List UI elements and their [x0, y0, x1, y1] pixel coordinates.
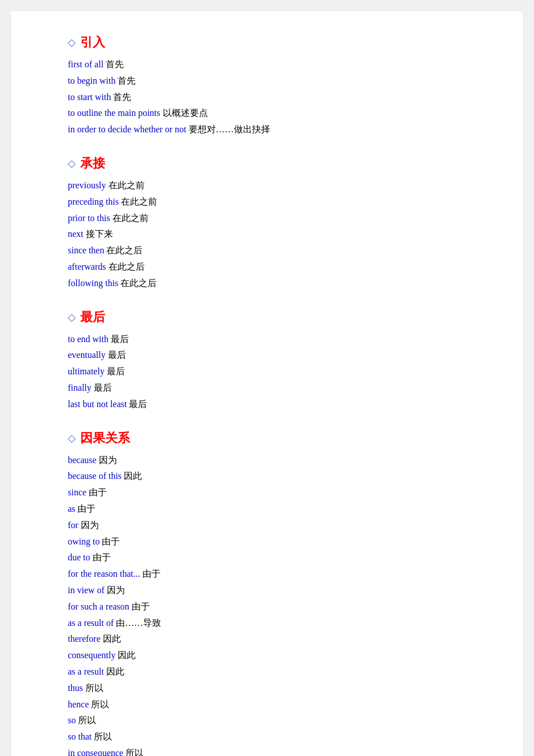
english-text: so that: [68, 732, 94, 741]
chinese-text: 所以: [125, 748, 144, 756]
list-item: because 因为: [68, 452, 489, 469]
section-conclusion: ◇最后to end with 最后eventually 最后ultimately…: [68, 309, 489, 413]
english-text: because of this: [68, 471, 124, 481]
english-text: as a result of: [68, 618, 116, 628]
chinese-text: 在此之后: [106, 245, 142, 255]
list-item: to begin with 首先: [68, 73, 489, 89]
chinese-text: 因为: [81, 520, 99, 530]
chinese-text: 因此: [103, 634, 121, 643]
list-item: preceding this 在此之前: [68, 194, 489, 210]
chinese-text: 由……导致: [116, 618, 161, 628]
section-introduction: ◇引入first of all 首先to begin with 首先to sta…: [68, 34, 489, 138]
english-text: to start with: [68, 92, 113, 102]
chinese-text: 接下来: [86, 229, 113, 239]
list-item: last but not least 最后: [68, 396, 489, 413]
chinese-text: 在此之后: [108, 262, 145, 271]
chinese-text: 因为: [107, 585, 125, 595]
english-text: following this: [68, 278, 120, 288]
chinese-text: 因此: [124, 471, 142, 481]
list-item: since 由于: [68, 485, 489, 501]
list-item: in consequence 所以: [68, 745, 489, 756]
list-item: therefore 因此: [68, 631, 489, 647]
list-item: in view of 因为: [68, 582, 489, 599]
diamond-icon: ◇: [68, 432, 76, 444]
english-text: owing to: [68, 537, 102, 546]
chinese-text: 首先: [113, 92, 131, 102]
list-item: since then 在此之后: [68, 243, 489, 259]
section-continuation: ◇承接previously 在此之前preceding this 在此之前pri…: [68, 155, 489, 292]
english-text: in order to decide whether or not: [68, 124, 189, 134]
list-item: next 接下来: [68, 226, 489, 243]
list-item: hence 所以: [68, 697, 489, 713]
english-text: in view of: [68, 585, 107, 595]
list-item: as 由于: [68, 501, 489, 517]
english-text: so: [68, 715, 78, 725]
list-item: first of all 首先: [68, 57, 489, 73]
list-item: because of this 因此: [68, 468, 489, 485]
list-item: owing to 由于: [68, 534, 489, 550]
list-item: for such a reason 由于: [68, 599, 489, 615]
diamond-icon: ◇: [68, 36, 76, 49]
section-title-text: 因果关系: [80, 430, 130, 447]
english-text: previously: [68, 180, 108, 190]
list-item: prior to this 在此之前: [68, 210, 489, 227]
section-title-causality: ◇因果关系: [68, 430, 489, 447]
english-text: to begin with: [68, 76, 118, 85]
english-text: eventually: [68, 350, 108, 360]
section-title-conclusion: ◇最后: [68, 309, 489, 326]
english-text: to end with: [68, 334, 111, 344]
english-text: for the reason that...: [68, 569, 142, 578]
english-text: since then: [68, 245, 106, 255]
diamond-icon: ◇: [68, 157, 76, 170]
english-text: afterwards: [68, 262, 108, 271]
english-text: first of all: [68, 59, 106, 69]
section-causality: ◇因果关系because 因为because of this 因此since 由…: [68, 430, 489, 756]
english-text: in consequence: [68, 748, 125, 756]
english-text: for such a reason: [68, 602, 132, 611]
chinese-text: 首先: [118, 76, 136, 85]
chinese-text: 因此: [106, 667, 124, 676]
list-item: to end with 最后: [68, 331, 489, 348]
chinese-text: 所以: [78, 715, 96, 725]
chinese-text: 由于: [89, 487, 107, 497]
english-text: hence: [68, 699, 91, 709]
chinese-text: 所以: [91, 699, 109, 709]
english-text: consequently: [68, 650, 118, 660]
english-text: finally: [68, 383, 94, 392]
english-text: since: [68, 487, 89, 497]
english-text: for: [68, 520, 81, 530]
list-item: as a result 因此: [68, 664, 489, 680]
list-item: to outline the main points 以概述要点: [68, 105, 489, 122]
chinese-text: 由于: [77, 504, 95, 513]
list-item: to start with 首先: [68, 89, 489, 106]
list-item: for the reason that... 由于: [68, 566, 489, 582]
chinese-text: 最后: [129, 399, 147, 409]
list-item: so that 所以: [68, 729, 489, 745]
diamond-icon: ◇: [68, 311, 76, 323]
chinese-text: 所以: [85, 683, 103, 693]
english-text: next: [68, 229, 86, 239]
english-text: due to: [68, 552, 93, 562]
list-item: following this 在此之后: [68, 275, 489, 292]
chinese-text: 最后: [94, 383, 112, 392]
list-item: thus 所以: [68, 680, 489, 697]
section-title-continuation: ◇承接: [68, 155, 489, 172]
chinese-text: 在此之前: [121, 197, 157, 206]
chinese-text: 因为: [99, 455, 117, 465]
english-text: because: [68, 455, 99, 465]
list-item: as a result of 由……导致: [68, 615, 489, 632]
english-text: preceding this: [68, 197, 121, 206]
english-text: last but not least: [68, 399, 129, 409]
chinese-text: 首先: [106, 59, 124, 69]
chinese-text: 在此之后: [120, 278, 157, 288]
english-text: to outline the main points: [68, 108, 163, 118]
chinese-text: 在此之前: [108, 180, 145, 190]
section-title-text: 承接: [80, 155, 105, 172]
section-title-text: 引入: [80, 34, 105, 51]
list-item: so 所以: [68, 712, 489, 729]
chinese-text: 最后: [111, 334, 129, 344]
chinese-text: 最后: [107, 366, 125, 376]
english-text: ultimately: [68, 366, 107, 376]
chinese-text: 由于: [93, 552, 111, 562]
list-item: afterwards 在此之后: [68, 259, 489, 275]
